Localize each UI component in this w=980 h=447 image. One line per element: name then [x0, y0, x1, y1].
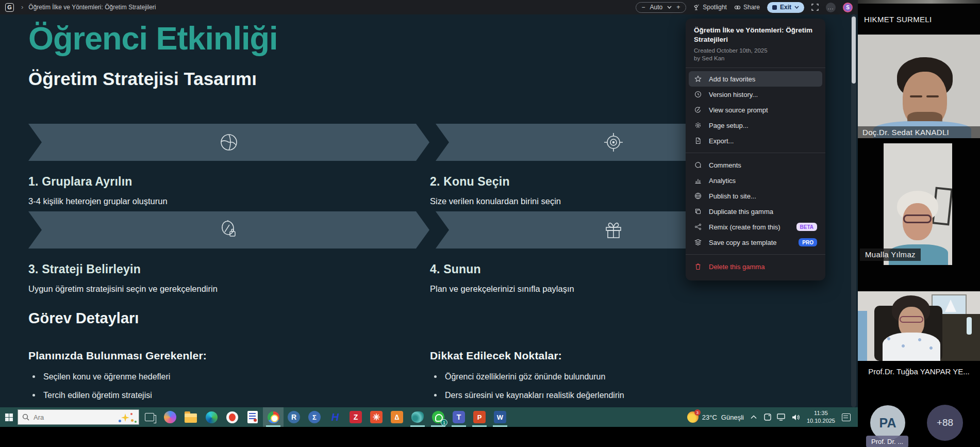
weather-temp: 23°C [702, 413, 717, 421]
spss-button[interactable]: Σ [304, 407, 325, 427]
orange-app-button[interactable]: ∆ [387, 407, 407, 427]
whatsapp-button[interactable]: 1 [428, 407, 449, 427]
list-item: Öğrenci özelliklerini göz önünde bulundu… [430, 372, 801, 391]
task-view-button[interactable] [139, 407, 160, 427]
divider [686, 254, 825, 255]
running-indicator [266, 425, 280, 427]
step-banner-3 [28, 211, 429, 249]
participant-tile-mualla[interactable]: Mualla Yılmaz [858, 140, 980, 290]
edge-icon [206, 411, 218, 423]
taskbar-clock[interactable]: 11:35 10.10.2025 [807, 409, 835, 425]
menu-item-export[interactable]: Export... [689, 133, 822, 148]
participants-panel: HIKMET SURMELI Doç.Dr. Sedat KANADLI Mua… [858, 0, 980, 447]
step-4: 4. Sunun Plan ve gerekçelerinizi sınıfla… [430, 262, 574, 294]
app-orange-icon: ∆ [391, 411, 403, 423]
copilot-button[interactable] [160, 407, 180, 427]
exit-button[interactable]: Exit [767, 2, 804, 13]
menu-item-publish-to-site[interactable]: Publish to site... [689, 188, 822, 204]
wave-icon [411, 411, 424, 423]
edge-button[interactable] [201, 407, 222, 427]
start-button[interactable] [0, 413, 18, 421]
participant-name: HIKMET SURMELI [864, 15, 932, 24]
jasp-icon: H [331, 411, 339, 423]
overflow-participants-badge[interactable]: +88 [927, 405, 963, 441]
participant-tile-tugba[interactable] [858, 291, 980, 361]
participant-tile-hikmet[interactable]: HIKMET SURMELI [858, 4, 980, 35]
menu-item-add-to-favorites[interactable]: Add to favorites [689, 71, 822, 87]
zoom-control[interactable]: − Auto + [636, 2, 687, 13]
participant-name: Mualla Yılmaz [865, 250, 916, 259]
fullscreen-icon[interactable] [811, 4, 819, 11]
opera-button[interactable] [222, 407, 242, 427]
spss-icon: Σ [308, 411, 321, 423]
jasp-button[interactable]: H [325, 407, 345, 427]
slide-title: Öğrenci Etkinliği [28, 20, 278, 57]
chevron-down-icon[interactable] [794, 6, 799, 9]
zoom-out-button[interactable]: − [642, 4, 645, 11]
speaker-icon[interactable] [791, 413, 800, 421]
menu-item-remix[interactable]: Remix (create from this) BETA [689, 219, 822, 235]
link-icon [734, 4, 741, 11]
network-icon[interactable] [777, 413, 786, 421]
powerpoint-button[interactable]: P [469, 407, 490, 427]
sparkle-icon [121, 413, 129, 422]
clock-time: 11:35 [807, 409, 835, 417]
running-indicator [472, 425, 487, 427]
tray-chevron-icon[interactable] [751, 415, 757, 419]
step-1-heading: 1. Gruplara Ayrılın [28, 175, 168, 189]
notification-icon[interactable] [842, 413, 851, 421]
zoom-level-label[interactable]: Auto [650, 4, 663, 11]
teams-button[interactable]: T [449, 407, 469, 427]
menu-item-page-setup[interactable]: Page setup... [689, 118, 822, 133]
menu-title: Öğretim İlke ve Yöntemleri: Öğretim Stra… [694, 26, 817, 44]
zoom-in-button[interactable]: + [676, 4, 680, 11]
list-item: Ders süresini ve kaynakları realistik de… [430, 391, 801, 407]
scrollbar-thumb[interactable] [852, 16, 856, 84]
running-indicator [493, 425, 507, 427]
menu-item-save-as-template[interactable]: Save copy as template PRO [689, 235, 822, 250]
task-view-icon [145, 413, 154, 421]
video-figure [858, 311, 867, 361]
participant-name-bar: Mualla Yılmaz [860, 249, 921, 261]
breadcrumb-chevron-icon: › [21, 3, 23, 11]
step-4-description: Plan ve gerekçelerinizi sınıfla paylaşın [430, 284, 574, 294]
portrait-video [884, 143, 952, 265]
file-explorer-button[interactable] [180, 407, 201, 427]
user-avatar[interactable]: S [843, 3, 853, 12]
word-button[interactable]: W [490, 407, 510, 427]
prompt-icon [694, 106, 702, 113]
search-input[interactable] [34, 413, 101, 421]
menu-item-version-history[interactable]: Version history... [689, 87, 822, 102]
zotero-button[interactable]: Z [345, 407, 366, 427]
taskbar-search[interactable] [18, 409, 139, 425]
share-button[interactable]: Share [734, 4, 760, 11]
r-button[interactable]: R [284, 407, 304, 427]
menu-item-analytics[interactable]: Analytics [689, 173, 822, 188]
menu-item-comments[interactable]: Comments [689, 157, 822, 173]
more-options-button[interactable]: ... [826, 3, 836, 12]
details-column-2-heading: Dikkat Edilecek Noktalar: [430, 350, 801, 362]
tasks-doc-button[interactable] [242, 407, 263, 427]
bullet-dot [32, 394, 35, 396]
spotlight-button[interactable]: Spotlight [693, 4, 727, 11]
scrollbar-track[interactable] [851, 14, 856, 407]
tray-app-icon[interactable] [763, 413, 772, 421]
menu-created-date: Created October 10th, 2025 [694, 47, 817, 55]
breadcrumb: Öğretim İlke ve Yöntemleri: Öğretim Stra… [28, 4, 156, 11]
wave-app-button[interactable] [407, 407, 428, 427]
r-icon: R [288, 411, 300, 423]
participant-avatar-pa[interactable]: PA [870, 405, 905, 440]
burst-app-button[interactable]: ✳ [366, 407, 387, 427]
list-item: Seçilen konu ve öğrenme hedefleri [28, 372, 400, 391]
powerpoint-icon: P [473, 411, 486, 423]
participant-tile-sedat[interactable]: Doç.Dr. Sedat KANADLI [858, 35, 980, 138]
menu-item-duplicate[interactable]: Duplicate this gamma [689, 204, 822, 219]
spotlight-label: Spotlight [703, 4, 727, 11]
chrome-button[interactable] [263, 407, 284, 427]
menu-item-view-source-prompt[interactable]: View source prompt [689, 102, 822, 118]
step-2-description: Size verilen konulardan birini seçin [430, 196, 561, 206]
gamma-logo-icon[interactable]: G [5, 3, 14, 12]
slide-subtitle: Öğretim Stratejisi Tasarımı [28, 69, 257, 89]
weather-widget[interactable]: 3 23°CGüneşli [687, 411, 744, 423]
menu-item-delete[interactable]: Delete this gamma [689, 259, 822, 274]
